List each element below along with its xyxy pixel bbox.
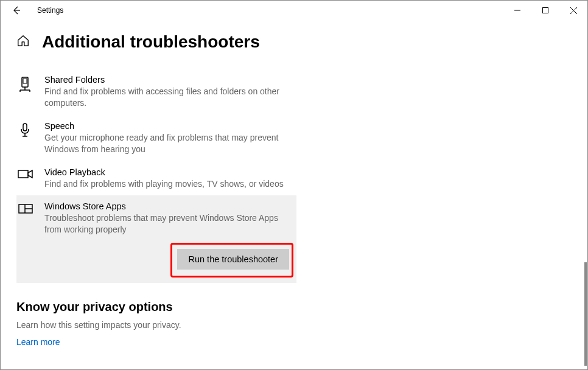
window-controls bbox=[503, 1, 587, 20]
svg-rect-5 bbox=[23, 79, 27, 83]
ts-desc: Troubleshoot problems that may prevent W… bbox=[44, 212, 290, 236]
ts-desc: Get your microphone ready and fix proble… bbox=[44, 132, 290, 155]
ts-item-windows-store-apps[interactable]: Windows Store Apps Troubleshoot problems… bbox=[16, 195, 296, 283]
maximize-button[interactable] bbox=[531, 1, 559, 20]
page-title: Additional troubleshooters bbox=[42, 32, 260, 52]
svg-rect-1 bbox=[543, 8, 548, 13]
ts-desc: Find and fix problems with playing movie… bbox=[44, 178, 284, 190]
ts-item-video-playback[interactable]: Video Playback Find and fix problems wit… bbox=[16, 161, 296, 196]
ts-title: Video Playback bbox=[44, 167, 284, 177]
scrollbar[interactable] bbox=[584, 262, 587, 366]
page-header: Additional troubleshooters bbox=[16, 32, 572, 52]
ts-title: Shared Folders bbox=[44, 75, 290, 85]
privacy-title: Know your privacy options bbox=[16, 300, 572, 314]
close-button[interactable] bbox=[559, 1, 587, 20]
minimize-button[interactable] bbox=[503, 1, 531, 20]
video-icon bbox=[18, 167, 35, 190]
ts-desc: Find and fix problems with accessing fil… bbox=[44, 86, 290, 109]
run-troubleshooter-button[interactable]: Run the troubleshooter bbox=[177, 249, 289, 270]
ts-item-shared-folders[interactable]: Shared Folders Find and fix problems wit… bbox=[16, 69, 296, 115]
titlebar: Settings bbox=[1, 1, 587, 20]
ts-item-speech[interactable]: Speech Get your microphone ready and fix… bbox=[16, 115, 296, 161]
home-icon[interactable] bbox=[16, 34, 30, 50]
ts-title: Windows Store Apps bbox=[44, 201, 290, 211]
app-title: Settings bbox=[37, 6, 63, 15]
svg-rect-13 bbox=[18, 170, 28, 178]
privacy-desc: Learn how this setting impacts your priv… bbox=[16, 320, 572, 330]
store-apps-icon bbox=[18, 201, 35, 270]
ts-title: Speech bbox=[44, 121, 290, 131]
microphone-icon bbox=[18, 121, 35, 155]
learn-more-link[interactable]: Learn more bbox=[16, 337, 572, 347]
shared-folders-icon bbox=[18, 75, 35, 109]
svg-rect-10 bbox=[23, 124, 27, 131]
back-button[interactable] bbox=[7, 1, 26, 20]
